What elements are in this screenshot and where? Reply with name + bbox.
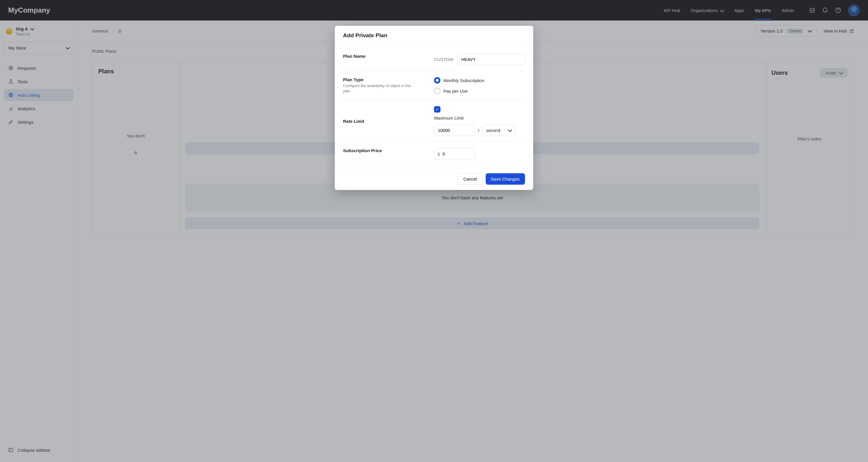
plan-name-prefix: CUSTOM- bbox=[434, 57, 455, 62]
rate-limit-separator: / bbox=[478, 128, 479, 133]
rate-limit-unit-select[interactable]: second bbox=[482, 125, 515, 136]
rate-limit-checkbox[interactable]: ✓ bbox=[434, 106, 440, 112]
subscription-price-label: Subscription Price bbox=[343, 148, 434, 153]
rate-limit-input[interactable] bbox=[434, 125, 475, 136]
check-icon: ✓ bbox=[435, 107, 439, 112]
plan-name-label: Plan Name bbox=[343, 54, 434, 59]
maximum-limit-label: Maximum Limit bbox=[434, 116, 525, 121]
subscription-price-input[interactable] bbox=[434, 148, 475, 160]
cancel-button[interactable]: Cancel bbox=[458, 173, 483, 185]
radio-pay-per-use[interactable]: Pay per Use bbox=[434, 88, 525, 94]
modal-title: Add Private Plan bbox=[335, 26, 533, 45]
rate-limit-label: Rate Limit bbox=[343, 119, 434, 124]
plan-type-label: Plan Type bbox=[343, 77, 434, 82]
chevron-down-icon bbox=[507, 128, 512, 133]
radio-label: Monthly Subscription bbox=[443, 78, 484, 83]
radio-off-icon bbox=[434, 88, 440, 94]
radio-label: Pay per Use bbox=[443, 89, 468, 94]
radio-on-icon bbox=[434, 77, 440, 84]
rate-limit-unit-label: second bbox=[486, 128, 500, 133]
save-changes-button[interactable]: Save Changes bbox=[486, 173, 525, 185]
modal-overlay[interactable]: Add Private Plan Plan Name CUSTOM- Plan … bbox=[0, 0, 868, 462]
plan-name-input[interactable] bbox=[458, 54, 525, 65]
radio-monthly-subscription[interactable]: Monthly Subscription bbox=[434, 77, 525, 84]
plan-type-sublabel: Configure the availability of object in … bbox=[343, 83, 416, 94]
add-private-plan-modal: Add Private Plan Plan Name CUSTOM- Plan … bbox=[335, 26, 533, 190]
